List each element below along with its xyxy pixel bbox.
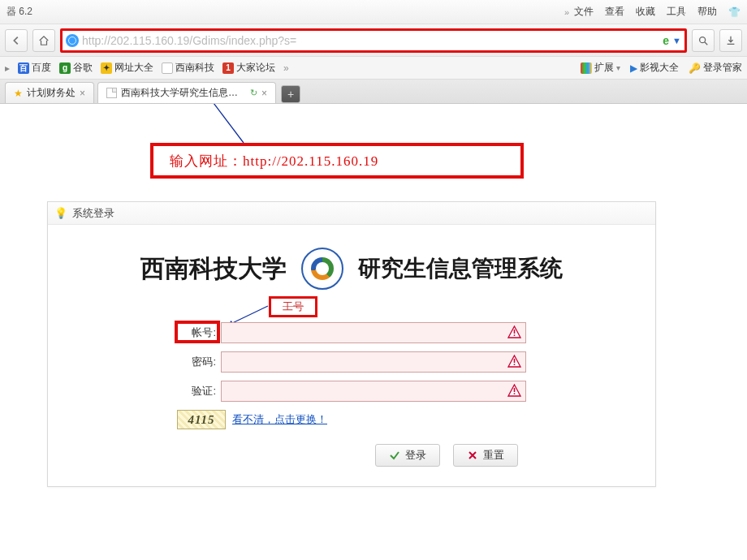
address-bar[interactable]: e ▼ — [60, 28, 687, 53]
bookmark-google[interactable]: g谷歌 — [59, 61, 93, 75]
video-button[interactable]: ▶影视大全 — [630, 61, 679, 75]
system-heading: 西南科技大学 研究生信息管理系统 — [72, 248, 631, 290]
new-tab-button[interactable]: + — [281, 85, 300, 103]
password-input[interactable] — [221, 351, 526, 373]
login-form: 工号 帐号: 密码: 验证: — [177, 322, 526, 467]
bookmark-baidu[interactable]: 百百度 — [18, 61, 51, 75]
search-button[interactable] — [692, 29, 715, 52]
panel-header: 💡 系统登录 — [48, 202, 655, 225]
menu-file[interactable]: 文件 — [574, 5, 594, 19]
captcha-input[interactable] — [221, 381, 526, 402]
password-label: 密码: — [177, 355, 221, 369]
title-bar: 器 6.2 » 文件 查看 收藏 工具 帮助 👕 — [0, 0, 747, 24]
address-row: e ▼ — [0, 24, 747, 57]
svg-point-0 — [700, 37, 706, 42]
engine-icon[interactable]: e — [663, 34, 669, 47]
chevron-icon[interactable]: ▸ — [5, 62, 10, 74]
login-manager-button[interactable]: 🔑登录管家 — [689, 61, 742, 75]
svg-rect-8 — [514, 393, 516, 394]
skin-icon[interactable]: 👕 — [728, 6, 741, 18]
reset-button[interactable]: 重置 — [453, 444, 518, 467]
login-panel: 💡 系统登录 西南科技大学 研究生信息管理系统 工号 帐号: — [47, 201, 656, 487]
url-input[interactable] — [82, 34, 659, 47]
svg-rect-3 — [514, 330, 516, 334]
bookmark-bar: ▸ 百百度 g谷歌 ✦网址大全 西南科技 1大家论坛 » 扩展▾ ▶影视大全 🔑… — [0, 57, 747, 80]
menu-tools[interactable]: 工具 — [667, 5, 686, 19]
check-icon — [389, 450, 400, 461]
account-input[interactable] — [221, 322, 526, 343]
tab-label: 西南科技大学研究生信息管理 — [121, 86, 246, 100]
bookmark-forum[interactable]: 1大家论坛 — [222, 61, 275, 75]
bookmark-swust[interactable]: 西南科技 — [162, 61, 214, 75]
university-name: 西南科技大学 — [140, 252, 287, 286]
account-label: 帐号: — [177, 325, 221, 340]
globe-icon — [66, 34, 79, 47]
captcha-row: 验证: — [177, 381, 526, 402]
login-button[interactable]: 登录 — [375, 444, 440, 467]
bulb-icon: 💡 — [54, 207, 67, 219]
password-row: 密码: — [177, 351, 526, 373]
menu-view[interactable]: 查看 — [605, 5, 624, 19]
captcha-label: 验证: — [177, 384, 221, 398]
svg-rect-5 — [514, 359, 516, 363]
close-icon[interactable]: × — [261, 88, 267, 99]
tab-finance[interactable]: ★ 计划财务处 × — [5, 82, 94, 103]
download-button[interactable] — [719, 29, 742, 52]
university-logo — [301, 248, 343, 290]
account-row: 帐号: — [177, 322, 526, 343]
panel-title: 系统登录 — [72, 206, 114, 221]
tab-bar: ★ 计划财务处 × 西南科技大学研究生信息管理 ↻ × + — [0, 80, 747, 104]
refresh-icon[interactable]: ↻ — [250, 88, 257, 98]
more-icon[interactable]: » — [283, 62, 289, 74]
system-name: 研究生信息管理系统 — [358, 253, 563, 284]
app-title: 器 6.2 — [6, 5, 32, 19]
tab-label: 计划财务处 — [27, 86, 76, 100]
url-callout: 输入网址：http://202.115.160.19 — [150, 143, 524, 179]
extensions-button[interactable]: 扩展▾ — [581, 61, 620, 75]
captcha-image[interactable]: 4115 — [177, 410, 226, 429]
svg-rect-4 — [514, 334, 516, 336]
back-button[interactable] — [5, 29, 28, 52]
chevron-right-icon: » — [564, 7, 569, 17]
page-icon — [106, 88, 117, 98]
page-content: 输入网址：http://202.115.160.19 💡 系统登录 西南科技大学… — [0, 104, 747, 560]
warning-icon — [507, 355, 521, 368]
warning-icon — [507, 325, 521, 339]
menu-bar: 文件 查看 收藏 工具 帮助 👕 — [574, 5, 741, 19]
menu-help[interactable]: 帮助 — [697, 5, 717, 19]
cross-icon — [467, 450, 478, 461]
svg-rect-7 — [514, 388, 516, 392]
home-button[interactable] — [32, 29, 55, 52]
job-number-hint: 工号 — [269, 296, 317, 317]
bookmark-sites[interactable]: ✦网址大全 — [101, 61, 153, 75]
svg-rect-6 — [514, 364, 516, 365]
tab-gdims[interactable]: 西南科技大学研究生信息管理 ↻ × — [97, 82, 276, 103]
menu-favorites[interactable]: 收藏 — [636, 5, 655, 19]
svg-line-1 — [179, 104, 244, 143]
warning-icon — [507, 384, 521, 398]
close-icon[interactable]: × — [80, 88, 85, 99]
dropdown-icon[interactable]: ▼ — [672, 36, 681, 45]
captcha-refresh-link[interactable]: 看不清，点击更换！ — [232, 412, 327, 427]
